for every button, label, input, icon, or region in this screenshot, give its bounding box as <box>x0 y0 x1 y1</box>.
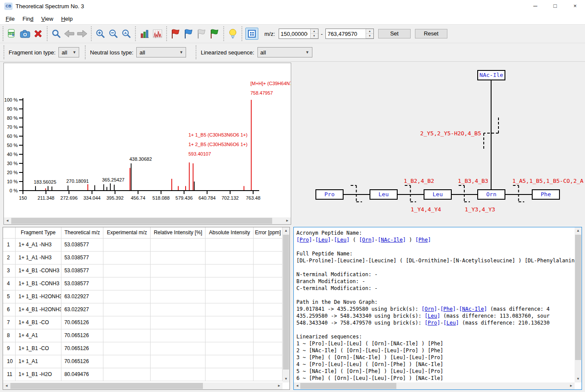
neutral-loss-type-select[interactable]: all▼ <box>136 47 186 57</box>
table-cell[interactable] <box>151 342 206 355</box>
fragment-table[interactable]: Fragment TypeTheoretical m/zExperimental… <box>3 227 283 381</box>
table-cell[interactable]: 1+ 1_B1 -CONH3 <box>15 277 61 290</box>
flag-red-icon[interactable] <box>170 27 182 40</box>
column-header[interactable] <box>3 227 15 238</box>
table-row[interactable]: 81+ 4_A170.065126 <box>3 329 283 342</box>
table-cell[interactable] <box>254 355 283 368</box>
residue-link[interactable]: [Leu] <box>424 313 440 319</box>
clear-red-x-icon[interactable] <box>32 27 44 40</box>
table-row[interactable]: 31+ 4_B1 -CONH353.038577 <box>3 264 283 277</box>
table-cell[interactable] <box>103 238 151 251</box>
grid-view-toggle[interactable] <box>245 28 258 40</box>
table-cell[interactable]: 1+ 1_A1 -NH3 <box>15 251 61 264</box>
table-cell[interactable]: 80.049476 <box>61 368 103 381</box>
column-header[interactable]: Theoretical m/z <box>61 227 103 238</box>
table-cell[interactable]: 53.038577 <box>61 277 103 290</box>
spin-down-icon[interactable]: ▼ <box>311 34 318 38</box>
table-row[interactable]: 61+ 4_B1 -H2ONH363.022927 <box>3 303 283 316</box>
table-cell[interactable] <box>206 238 254 251</box>
table-cell[interactable] <box>103 368 151 381</box>
info-vscrollbar[interactable]: ▲ ▼ <box>575 227 582 382</box>
table-cell[interactable] <box>254 342 283 355</box>
search-icon[interactable] <box>50 27 62 40</box>
table-cell[interactable]: 63.022927 <box>61 303 103 316</box>
spin-up-icon[interactable]: ▲ <box>366 29 373 34</box>
flag-gray-icon[interactable] <box>196 27 208 40</box>
table-cell[interactable] <box>254 316 283 329</box>
mz-to-input[interactable] <box>326 29 365 38</box>
table-cell[interactable] <box>103 355 151 368</box>
table-cell[interactable] <box>151 238 206 251</box>
residue-link[interactable]: [Leu] <box>444 320 459 326</box>
table-cell[interactable] <box>206 329 254 342</box>
menu-item-help[interactable]: Help <box>57 14 77 23</box>
residue-link[interactable]: [Orn] <box>359 237 375 243</box>
column-header[interactable]: Absolute Intensity <box>206 227 254 238</box>
table-cell[interactable] <box>103 277 151 290</box>
row-number[interactable]: 10 <box>3 355 15 368</box>
table-cell[interactable]: 53.038577 <box>61 251 103 264</box>
table-cell[interactable]: 70.065126 <box>61 316 103 329</box>
table-cell[interactable]: 70.065126 <box>61 329 103 342</box>
table-cell[interactable] <box>151 329 206 342</box>
previous-arrow-icon[interactable] <box>63 27 75 40</box>
residue-link[interactable]: [Pro] <box>296 237 312 243</box>
screenshot-camera-icon[interactable] <box>19 27 31 40</box>
table-cell[interactable] <box>206 303 254 316</box>
table-cell[interactable] <box>151 368 206 381</box>
minimize-button[interactable]: ─ <box>525 0 545 13</box>
table-cell[interactable] <box>103 329 151 342</box>
table-cell[interactable]: 1+ 1_B1 -CO <box>15 342 61 355</box>
residue-link[interactable]: [Phe] <box>440 306 456 312</box>
menu-item-view[interactable]: View <box>37 14 57 23</box>
table-cell[interactable] <box>103 290 151 303</box>
zoom-in-icon[interactable] <box>94 27 106 40</box>
table-cell[interactable] <box>206 277 254 290</box>
table-cell[interactable]: 1+ 4_A1 -NH3 <box>15 238 61 251</box>
spectrum-chart[interactable]: 100 %90 %80 %70 %60 %50 %40 %30 %20 %10 … <box>4 63 291 217</box>
zoom-out-icon[interactable] <box>107 27 119 40</box>
residue-link[interactable]: [NAc-Ile] <box>459 306 487 312</box>
table-cell[interactable] <box>103 251 151 264</box>
table-cell[interactable]: 1+ 4_A1 <box>15 329 61 342</box>
residue-link[interactable]: [Pro] <box>424 320 440 326</box>
fragment-ion-type-select[interactable]: all▼ <box>58 47 79 57</box>
table-row[interactable]: 91+ 1_B1 -CO70.065126 <box>3 342 283 355</box>
table-cell[interactable]: 1+ 1_B1 -H2ONH3 <box>15 290 61 303</box>
table-cell[interactable] <box>151 316 206 329</box>
mz-from-input[interactable] <box>279 29 309 38</box>
table-cell[interactable] <box>151 264 206 277</box>
column-header[interactable]: Fragment Type <box>15 227 61 238</box>
flag-blue-icon[interactable] <box>183 27 195 40</box>
residue-link[interactable]: [Phe] <box>415 237 431 243</box>
residue-link[interactable]: [Orn] <box>421 306 437 312</box>
spin-down-icon[interactable]: ▼ <box>366 34 373 38</box>
table-row[interactable]: 41+ 1_B1 -CONH353.038577 <box>3 277 283 290</box>
table-hscrollbar[interactable]: ◄ ► <box>3 382 283 389</box>
table-cell[interactable]: 70.065126 <box>61 342 103 355</box>
column-header[interactable]: Relative Intensity [%] <box>151 227 206 238</box>
residue-link[interactable]: [Leu] <box>334 237 350 243</box>
table-cell[interactable]: 1+ 1_A1 <box>15 355 61 368</box>
lightbulb-icon[interactable] <box>227 27 239 40</box>
column-header[interactable]: Experimental m/z <box>103 227 151 238</box>
raw-spectrum-icon[interactable] <box>151 27 164 40</box>
table-cell[interactable] <box>103 316 151 329</box>
table-vscrollbar[interactable]: ▲ ▼ <box>283 227 289 382</box>
residue-link[interactable]: [Leu] <box>315 237 331 243</box>
table-cell[interactable] <box>206 342 254 355</box>
menu-item-find[interactable]: Find <box>19 14 37 23</box>
table-cell[interactable] <box>103 342 151 355</box>
column-header[interactable]: Error [ppm] <box>254 227 283 238</box>
table-cell[interactable] <box>254 238 283 251</box>
row-number[interactable]: 9 <box>3 342 15 355</box>
row-number[interactable]: 2 <box>3 251 15 264</box>
table-cell[interactable] <box>206 251 254 264</box>
table-cell[interactable]: 63.022927 <box>61 290 103 303</box>
reset-button[interactable]: Reset <box>415 29 447 38</box>
table-cell[interactable]: 53.038577 <box>61 238 103 251</box>
table-cell[interactable]: 1+ 4_B1 -H2ONH3 <box>15 303 61 316</box>
table-cell[interactable]: 70.065126 <box>61 355 103 368</box>
row-number[interactable]: 4 <box>3 277 15 290</box>
table-cell[interactable] <box>151 251 206 264</box>
